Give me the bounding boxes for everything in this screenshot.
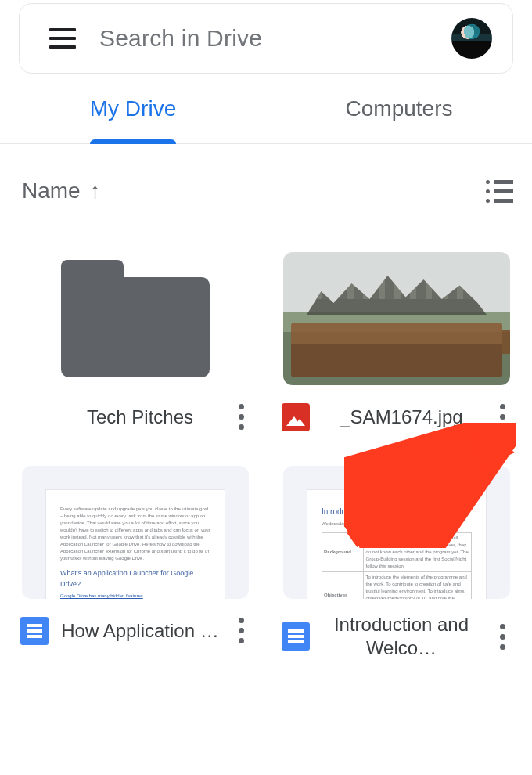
item-name: Tech Pitches [56, 406, 224, 429]
preview-link: Google Drive has many hidden features [60, 593, 210, 599]
preview-text: Every software update and upgrade gets y… [60, 506, 210, 562]
tab-my-drive[interactable]: My Drive [0, 74, 266, 143]
item-name: Introduction and Welco… [318, 613, 485, 660]
doc-thumbnail: Introduction and Welcome Wednesday Septe… [283, 466, 510, 599]
search-bar[interactable]: Search in Drive [19, 3, 513, 74]
sort-button[interactable]: Name ↑ [22, 178, 101, 204]
arrow-up-icon: ↑ [90, 178, 101, 204]
more-options-button[interactable] [232, 399, 250, 434]
more-options-button[interactable] [493, 619, 512, 654]
sort-row: Name ↑ [0, 144, 532, 214]
item-name: How Application … [56, 619, 224, 643]
preview-table: Background The participants just arrived… [322, 532, 472, 599]
grid-item-doc[interactable]: Introduction and Welcome Wednesday Septe… [277, 466, 516, 660]
menu-icon[interactable] [49, 28, 76, 49]
image-icon [282, 403, 310, 431]
more-options-button[interactable] [493, 399, 512, 434]
folder-icon [61, 260, 210, 377]
more-options-button[interactable] [232, 613, 250, 648]
grid-item-image[interactable]: _SAM1674.jpg [277, 252, 516, 434]
grid-item-folder[interactable]: Tech Pitches [16, 252, 255, 434]
item-name: _SAM1674.jpg [318, 406, 485, 429]
preview-sub: Wednesday September 26th [322, 521, 472, 528]
docs-icon [282, 622, 310, 651]
doc-thumbnail: Every software update and upgrade gets y… [22, 466, 249, 599]
docs-icon [20, 617, 49, 645]
file-grid: Tech Pitches _SAM1674.jpg Every software… [0, 214, 532, 660]
preview-heading: What's an Application Launcher for Googl… [60, 568, 210, 589]
folder-thumbnail [22, 252, 249, 385]
tab-computers[interactable]: Computers [266, 74, 532, 143]
grid-item-doc[interactable]: Every software update and upgrade gets y… [16, 466, 255, 660]
tabs: My Drive Computers [0, 74, 532, 144]
search-input[interactable]: Search in Drive [99, 25, 451, 52]
preview-heading: Introduction and Welcome [322, 506, 472, 517]
avatar[interactable] [451, 18, 492, 59]
image-thumbnail [283, 252, 510, 385]
sort-label-text: Name [22, 178, 81, 204]
list-view-icon[interactable] [486, 180, 513, 203]
